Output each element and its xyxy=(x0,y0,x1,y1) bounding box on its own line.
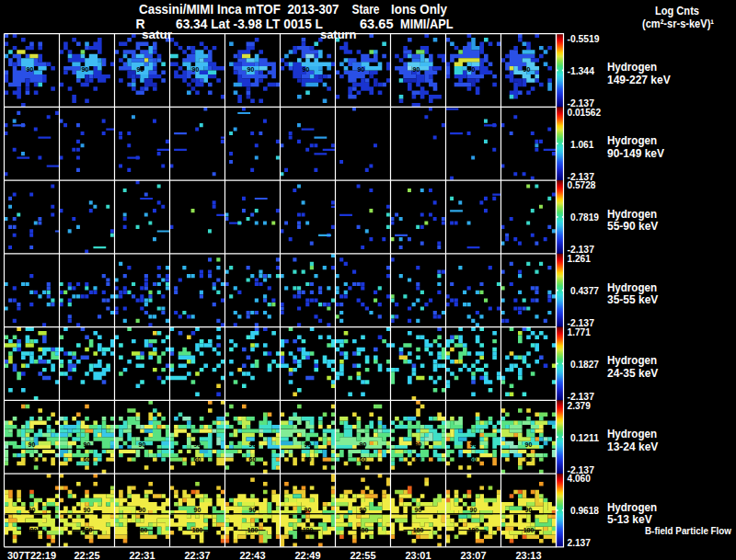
svg-text:60: 60 xyxy=(415,456,422,463)
svg-text:60: 60 xyxy=(139,456,146,463)
svg-text:90: 90 xyxy=(247,66,255,73)
svg-text:90: 90 xyxy=(358,66,365,73)
svg-text:90: 90 xyxy=(525,507,533,513)
svg-text:0.1211: 0.1211 xyxy=(570,432,600,443)
svg-text:180: 180 xyxy=(468,527,479,533)
svg-text:22:37: 22:37 xyxy=(185,550,211,560)
svg-text:22:55: 22:55 xyxy=(351,550,377,560)
svg-text:90: 90 xyxy=(249,441,257,448)
svg-text:0.5728: 0.5728 xyxy=(568,179,597,190)
svg-text:Stare: Stare xyxy=(352,2,380,17)
svg-text:180: 180 xyxy=(27,527,38,533)
svg-text:23:13: 23:13 xyxy=(516,550,542,560)
svg-text:24-35 keV: 24-35 keV xyxy=(607,367,658,380)
svg-text:63.34 Lat -3.98 LT 0015 L: 63.34 Lat -3.98 LT 0015 L xyxy=(176,17,323,31)
svg-text:MIMI/APL: MIMI/APL xyxy=(400,17,454,31)
svg-text:1.061: 1.061 xyxy=(570,139,594,150)
svg-text:Hydrogen: Hydrogen xyxy=(607,428,657,440)
svg-text:60: 60 xyxy=(305,456,312,463)
svg-text:149-227 keV: 149-227 keV xyxy=(607,74,671,86)
svg-text:Ions Only: Ions Only xyxy=(391,2,447,17)
svg-text:90: 90 xyxy=(523,66,531,73)
svg-text:1.771: 1.771 xyxy=(568,326,592,337)
svg-text:90: 90 xyxy=(470,441,477,448)
svg-text:90: 90 xyxy=(139,441,146,448)
svg-text:90: 90 xyxy=(27,66,34,73)
svg-text:Hydrogen: Hydrogen xyxy=(607,61,657,74)
svg-text:180: 180 xyxy=(137,527,148,533)
svg-text:0.9618: 0.9618 xyxy=(570,505,600,516)
svg-text:saturn: saturn xyxy=(320,29,357,41)
svg-text:90: 90 xyxy=(84,441,91,448)
svg-text:B-field Particle Flow: B-field Particle Flow xyxy=(645,525,732,536)
svg-text:22:31: 22:31 xyxy=(130,550,156,560)
svg-text:90: 90 xyxy=(525,441,533,448)
svg-text:22:43: 22:43 xyxy=(240,550,266,560)
svg-text:13-24 keV: 13-24 keV xyxy=(607,440,658,453)
svg-text:2.137: 2.137 xyxy=(568,537,591,548)
svg-text:satur: satur xyxy=(142,29,172,41)
svg-text:23:01: 23:01 xyxy=(406,550,432,560)
svg-text:60: 60 xyxy=(84,456,91,463)
svg-text:Hydrogen: Hydrogen xyxy=(607,134,657,147)
svg-text:2013-307: 2013-307 xyxy=(288,2,339,17)
svg-text:0.7819: 0.7819 xyxy=(570,211,599,223)
svg-text:0.4377: 0.4377 xyxy=(570,285,599,296)
svg-text:90: 90 xyxy=(470,507,477,513)
svg-text:180: 180 xyxy=(413,527,424,533)
svg-text:90: 90 xyxy=(29,441,36,448)
svg-text:90: 90 xyxy=(360,441,367,448)
svg-text:90: 90 xyxy=(249,507,257,513)
svg-text:90: 90 xyxy=(192,66,200,73)
svg-text:60: 60 xyxy=(360,456,367,463)
svg-text:-0.5519: -0.5519 xyxy=(568,33,600,44)
svg-text:180: 180 xyxy=(247,527,259,533)
svg-text:0.01562: 0.01562 xyxy=(568,107,602,118)
svg-text:Log Cnts: Log Cnts xyxy=(655,5,699,17)
svg-text:22:25: 22:25 xyxy=(75,550,101,560)
svg-text:180: 180 xyxy=(192,527,203,533)
svg-text:90: 90 xyxy=(137,66,144,73)
svg-text:Hydrogen: Hydrogen xyxy=(607,281,657,294)
svg-text:90: 90 xyxy=(29,507,36,513)
svg-text:180: 180 xyxy=(523,527,535,533)
svg-text:60: 60 xyxy=(29,456,36,463)
svg-text:90: 90 xyxy=(413,66,420,73)
svg-text:90: 90 xyxy=(194,507,201,513)
svg-text:90-149 keV: 90-149 keV xyxy=(607,147,664,160)
svg-text:90: 90 xyxy=(84,507,91,513)
svg-text:0.1827: 0.1827 xyxy=(570,359,599,370)
svg-text:90: 90 xyxy=(305,507,312,513)
svg-text:180: 180 xyxy=(358,527,369,533)
svg-text:(cm²-sr-s-keV)¹: (cm²-sr-s-keV)¹ xyxy=(642,17,714,30)
svg-text:60: 60 xyxy=(525,456,533,463)
svg-text:307T22:19: 307T22:19 xyxy=(7,550,56,560)
svg-text:35-55 keV: 35-55 keV xyxy=(607,293,658,306)
svg-text:60: 60 xyxy=(249,456,257,463)
svg-text:Hydrogen: Hydrogen xyxy=(607,354,657,367)
svg-text:Hydrogen: Hydrogen xyxy=(607,208,657,221)
svg-text:180: 180 xyxy=(303,527,314,533)
svg-text:90: 90 xyxy=(194,441,201,448)
svg-text:22:49: 22:49 xyxy=(295,550,321,560)
svg-text:Cassini/MIMI Inca mTOF: Cassini/MIMI Inca mTOF xyxy=(139,2,281,17)
svg-text:90: 90 xyxy=(415,441,422,448)
svg-text:90: 90 xyxy=(360,507,367,513)
svg-text:-1.344: -1.344 xyxy=(568,65,595,76)
svg-text:55-90 keV: 55-90 keV xyxy=(607,220,658,233)
svg-text:63.65: 63.65 xyxy=(360,17,394,31)
svg-text:90: 90 xyxy=(303,66,310,73)
svg-text:2.379: 2.379 xyxy=(568,400,591,411)
svg-text:4.060: 4.060 xyxy=(568,473,591,484)
svg-text:1.261: 1.261 xyxy=(568,253,592,264)
svg-text:90: 90 xyxy=(82,66,89,73)
svg-text:90: 90 xyxy=(305,441,312,448)
svg-text:90: 90 xyxy=(415,507,422,513)
svg-text:180: 180 xyxy=(82,527,93,533)
svg-text:90: 90 xyxy=(139,507,146,513)
svg-text:Hydrogen: Hydrogen xyxy=(607,501,657,514)
svg-text:60: 60 xyxy=(470,456,477,463)
svg-text:90: 90 xyxy=(468,66,476,73)
svg-text:60: 60 xyxy=(194,456,201,463)
svg-text:23:07: 23:07 xyxy=(461,550,487,560)
